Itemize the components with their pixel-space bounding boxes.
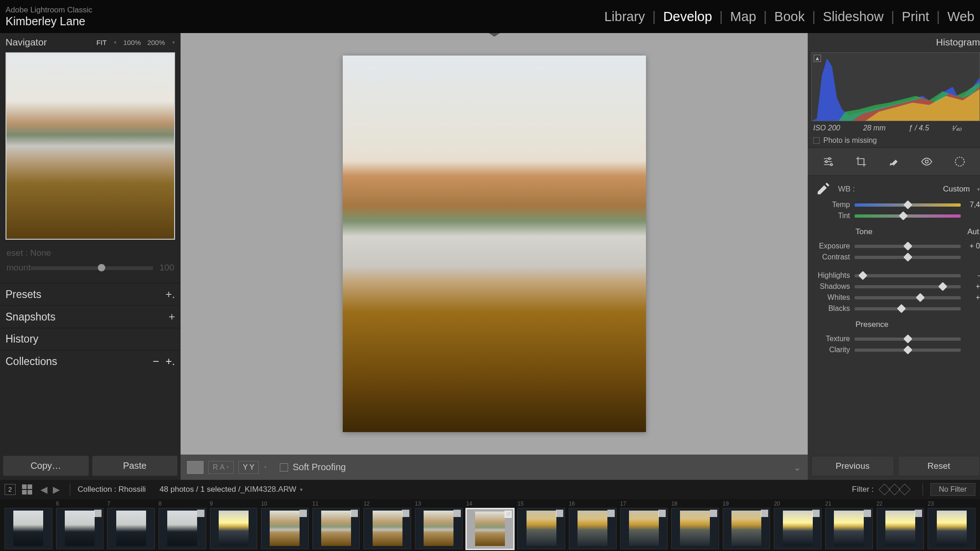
main-photo[interactable] [343, 56, 646, 432]
minus-icon[interactable]: − [153, 355, 159, 368]
add-icon[interactable]: +. [165, 288, 175, 301]
svg-point-4 [955, 157, 964, 166]
soft-proofing-checkbox[interactable] [280, 463, 288, 472]
filmstrip-thumb[interactable]: 12⇄ [362, 500, 413, 550]
filmstrip-thumb[interactable]: 18⇄ [669, 500, 721, 550]
filmstrip-thumb[interactable]: 7 [105, 500, 157, 550]
healing-icon[interactable] [886, 154, 901, 169]
whites-slider[interactable] [855, 296, 961, 299]
loupe-view-button[interactable] [187, 461, 204, 474]
prev-photo-icon[interactable]: ◀ [40, 484, 47, 495]
compare-button[interactable]: Y Y [238, 461, 259, 474]
collections-section[interactable]: Collections − +. [0, 350, 181, 372]
secondary-display-button[interactable]: 2 [5, 484, 16, 495]
edit-sliders-icon[interactable] [821, 154, 835, 169]
slider-label: Shadows [814, 282, 850, 291]
filmstrip-thumb[interactable]: 21⇄ [823, 500, 875, 550]
toolbar-chevron-icon[interactable]: ⌄ [793, 462, 801, 473]
blacks-slider[interactable] [855, 307, 961, 310]
before-after-button[interactable]: R A▾ [208, 461, 234, 474]
wb-eyedropper-icon[interactable] [814, 180, 832, 198]
crop-icon[interactable] [854, 154, 868, 169]
redeye-icon[interactable] [919, 154, 934, 169]
history-section[interactable]: History [0, 328, 181, 350]
contrast-slider[interactable] [855, 256, 961, 259]
filmstrip-thumb[interactable]: 8⇄ [157, 500, 208, 550]
auto-tone-button[interactable]: Aut [967, 227, 979, 236]
navigator-preview[interactable] [6, 52, 175, 240]
filmstrip-thumb[interactable]: 15⇄ [515, 500, 567, 550]
filmstrip-thumb[interactable]: 11⇄ [311, 500, 362, 550]
edit-badge-icon: ⇄ [761, 510, 768, 517]
edit-badge-icon: ⇄ [864, 510, 871, 517]
module-library[interactable]: Library [604, 9, 645, 24]
slider-value[interactable]: + [965, 282, 980, 291]
paste-button[interactable]: Paste [92, 455, 178, 476]
module-develop[interactable]: Develop [663, 9, 712, 24]
reset-button[interactable]: Reset [898, 456, 980, 476]
dropdown-icon[interactable]: ▾ [264, 464, 267, 470]
filmstrip-thumb[interactable]: 16⇄ [567, 500, 618, 550]
presets-section[interactable]: Presets +. [0, 283, 181, 305]
filmstrip-thumb[interactable]: 23 [926, 500, 977, 550]
texture-slider[interactable] [855, 337, 961, 341]
module-map[interactable]: Map [730, 9, 756, 24]
panel-expand-icon[interactable] [489, 33, 500, 37]
histogram[interactable]: ▲ [811, 52, 980, 121]
snapshots-section[interactable]: Snapshots + [0, 305, 181, 328]
tint-slider-row: Tint [814, 212, 980, 220]
edit-badge-icon: ⇄ [300, 510, 307, 517]
module-web[interactable]: Web [947, 9, 974, 24]
dropdown-icon[interactable]: ▾ [114, 39, 117, 45]
filmstrip-thumb[interactable]: 14⇄ [465, 500, 516, 550]
filmstrip-thumb[interactable]: 9 [208, 500, 260, 550]
highlights-slider[interactable] [855, 274, 961, 277]
zoom-200[interactable]: 200% [147, 39, 165, 46]
slider-value[interactable]: - [965, 271, 980, 280]
slider-value[interactable]: 7,4 [965, 201, 980, 209]
basic-panel: WB : Custom ▾ Temp7,4Tint Tone Aut Expos… [808, 176, 980, 361]
dropdown-icon[interactable]: ▾ [977, 186, 980, 192]
filmstrip-thumb[interactable]: 19⇄ [721, 500, 772, 550]
filter-preset-dropdown[interactable]: No Filter [930, 483, 975, 496]
dropdown-icon[interactable]: ▾ [300, 487, 303, 493]
dropdown-icon[interactable]: ▾ [172, 39, 175, 45]
slider-value[interactable]: + [965, 293, 980, 302]
filmstrip-thumb[interactable] [3, 500, 54, 550]
filmstrip-thumb[interactable]: 10⇄ [259, 500, 311, 550]
whites-slider-row: Whites+ [814, 293, 980, 302]
filmstrip-thumb[interactable]: 17⇄ [618, 500, 670, 550]
masking-icon[interactable] [952, 154, 967, 169]
shadows-slider[interactable] [855, 285, 961, 288]
texture-slider-row: Texture [814, 335, 980, 343]
clarity-slider[interactable] [855, 349, 961, 352]
previous-button[interactable]: Previous [811, 456, 894, 476]
contrast-slider-row: Contrast [814, 253, 980, 261]
highlights-slider-row: Highlights- [814, 271, 980, 280]
module-book[interactable]: Book [774, 9, 804, 24]
add-icon[interactable]: +. [165, 355, 175, 368]
module-print[interactable]: Print [902, 9, 929, 24]
copy-button[interactable]: Copy… [3, 455, 89, 476]
slider-value[interactable]: + 0 [965, 242, 980, 250]
amount-slider[interactable] [31, 266, 153, 270]
flag-filter-icon[interactable] [899, 484, 910, 495]
next-photo-icon[interactable]: ▶ [53, 484, 60, 495]
current-filename[interactable]: _KIM4328.ARW [240, 485, 296, 494]
filmstrip[interactable]: 6⇄78⇄910⇄11⇄12⇄13⇄14⇄15⇄16⇄17⇄18⇄19⇄20⇄2… [0, 499, 980, 551]
add-icon[interactable]: + [169, 310, 175, 323]
zoom-100[interactable]: 100% [123, 39, 141, 46]
tint-slider[interactable] [855, 214, 961, 218]
filmstrip-thumb[interactable]: 20⇄ [772, 500, 823, 550]
exposure-slider[interactable] [855, 245, 961, 248]
filmstrip-thumb[interactable]: 22⇄ [875, 500, 926, 550]
zoom-fit[interactable]: FIT [96, 39, 107, 46]
collection-name[interactable]: Collection : Rhossili [78, 485, 146, 494]
wb-value-dropdown[interactable]: Custom [943, 185, 970, 194]
temp-slider[interactable] [855, 203, 961, 207]
module-slideshow[interactable]: Slideshow [823, 9, 884, 24]
presets-label: Presets [6, 288, 41, 301]
filmstrip-thumb[interactable]: 6⇄ [54, 500, 106, 550]
grid-view-icon[interactable] [22, 484, 32, 495]
filmstrip-thumb[interactable]: 13⇄ [413, 500, 465, 550]
